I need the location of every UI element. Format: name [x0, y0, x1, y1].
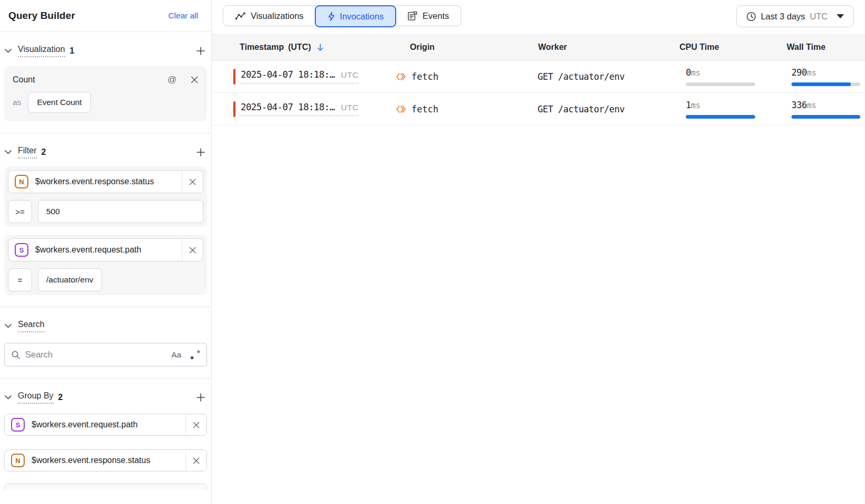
group-by-item: N $workers.event.response.status — [4, 449, 207, 471]
search-input[interactable] — [25, 350, 171, 360]
clock-icon — [746, 12, 756, 22]
filter-value-input[interactable]: /actuator/env — [38, 268, 102, 291]
invocation-row[interactable]: 2025-04-07 18:18:… UTC fetch GET /actuat… — [212, 93, 865, 125]
fetch-event-icon — [395, 104, 407, 114]
chevron-down-icon[interactable] — [4, 323, 12, 329]
clear-all-link[interactable]: Clear all — [168, 11, 198, 20]
number-type-badge: N — [11, 454, 25, 467]
remove-filter-button[interactable] — [182, 171, 203, 193]
wall-time-value: 336 — [791, 100, 807, 110]
operator-select[interactable]: >= — [8, 200, 32, 223]
group-by-item: S $workers.event.request.path — [4, 414, 207, 436]
chevron-down-icon[interactable] — [4, 395, 12, 400]
worker-cell: GET /actuator/env — [538, 71, 679, 82]
timestamp-value: 2025-04-07 18:18:… — [241, 102, 335, 112]
lightning-icon — [327, 12, 335, 22]
filter-count: 2 — [42, 148, 46, 157]
chevron-down-icon[interactable] — [4, 150, 12, 155]
column-header-wall-time: Wall Time — [787, 43, 865, 52]
close-icon — [192, 457, 200, 465]
group-by-field-selector[interactable]: N $workers.event.response.status — [4, 449, 207, 471]
timestamp-text: 2025-04-07 18:18:… UTC — [241, 102, 358, 116]
cpu-time-value: 0 — [686, 67, 691, 78]
remove-filter-button[interactable] — [182, 239, 203, 261]
wall-time-cell: 336 ms — [787, 100, 865, 119]
chevron-down-icon[interactable] — [4, 48, 12, 54]
cpu-time-value-line: 1 ms — [686, 100, 787, 110]
group-by-section-label[interactable]: Group By — [18, 391, 54, 404]
cpu-time-bar-fill — [686, 115, 755, 119]
column-header-origin: Origin — [395, 43, 538, 52]
filter-field-selector[interactable]: N $workers.event.response.status — [8, 170, 203, 193]
string-type-badge: S — [11, 418, 25, 432]
wall-time-bar-fill — [791, 115, 860, 119]
remove-visualization-icon[interactable] — [190, 76, 199, 84]
visualization-count: 1 — [70, 46, 75, 56]
alias-at-icon[interactable]: @ — [168, 75, 177, 85]
search-icon — [11, 350, 20, 360]
page-title: Query Builder — [8, 10, 75, 22]
timestamp-tz: UTC — [341, 70, 358, 80]
as-label: as — [13, 98, 21, 107]
close-icon — [189, 246, 197, 254]
tab-visualizations[interactable]: Visualizations — [223, 6, 315, 26]
cpu-time-cell: 0 ms — [679, 67, 787, 86]
events-log-icon — [407, 11, 418, 21]
visualization-section-label[interactable]: Visualization — [18, 45, 65, 57]
group-by-field-selector[interactable]: S $workers.event.request.path — [4, 414, 207, 436]
wall-time-value: 290 — [791, 67, 807, 78]
sort-descending-icon — [316, 43, 324, 52]
timestamp-tz: UTC — [341, 103, 358, 112]
add-group-by-icon[interactable] — [195, 392, 206, 403]
string-type-badge: S — [15, 243, 28, 257]
time-range-selector[interactable]: Last 3 days UTC — [736, 5, 854, 27]
regex-icon[interactable]: * — [191, 350, 200, 360]
column-header-timestamp[interactable]: Timestamp (UTC) — [212, 43, 395, 52]
tab-label: Visualizations — [251, 11, 304, 21]
filter-card: S $workers.event.request.path = /actuato… — [4, 235, 207, 295]
column-header-cpu-time: CPU Time — [679, 43, 787, 52]
filter-section-header: Filter 2 — [4, 146, 206, 159]
filter-field-name: $workers.event.response.status — [35, 177, 182, 186]
origin-value: fetch — [411, 71, 438, 82]
add-filter-icon[interactable] — [195, 147, 206, 158]
cpu-time-cell: 1 ms — [679, 100, 787, 119]
filter-section-label[interactable]: Filter — [18, 146, 37, 159]
group-by-section-header: Group By 2 — [4, 391, 206, 404]
time-range-value: Last 3 days — [761, 12, 805, 22]
visualization-card: Count @ as Event Count — [4, 66, 207, 121]
visualization-card-header: Count @ — [13, 75, 199, 85]
search-section-label[interactable]: Search — [18, 320, 45, 332]
next-section-cutoff — [4, 484, 207, 490]
wall-time-bar — [791, 115, 860, 119]
query-builder-sidebar: Query Builder Clear all Visualization 1 … — [0, 0, 212, 504]
filter-value-input[interactable]: 500 — [38, 200, 203, 223]
invocation-row[interactable]: 2025-04-07 18:18:… UTC fetch GET /actuat… — [212, 60, 865, 93]
remove-group-by-button[interactable] — [186, 414, 207, 435]
alias-input[interactable]: Event Count — [28, 92, 90, 113]
add-visualization-icon[interactable] — [195, 46, 206, 56]
timestamp-cell: 2025-04-07 18:18:… UTC — [212, 101, 395, 117]
filter-field-selector[interactable]: S $workers.event.request.path — [8, 238, 203, 261]
metric-function[interactable]: Count — [13, 75, 35, 85]
tab-invocations[interactable]: Invocations — [315, 5, 396, 27]
search-input-container: Aa * — [4, 343, 207, 366]
search-section-header: Search — [4, 320, 206, 332]
time-range-timezone: UTC — [810, 12, 828, 22]
operator-select[interactable]: = — [8, 268, 32, 291]
filter-field-name: $workers.event.request.path — [35, 245, 182, 255]
origin-cell: fetch — [395, 71, 538, 82]
cpu-time-bar — [686, 82, 755, 86]
results-panel: Visualizations Invocations Events — [212, 0, 865, 504]
tab-label: Events — [423, 11, 449, 21]
match-case-icon[interactable]: Aa — [171, 350, 181, 360]
cpu-time-value: 1 — [686, 100, 691, 110]
wall-time-cell: 290 ms — [787, 67, 865, 86]
sidebar-header: Query Builder Clear all — [0, 0, 211, 32]
regex-square — [191, 356, 193, 359]
tab-events[interactable]: Events — [396, 6, 460, 26]
timestamp-header-tz: (UTC) — [288, 43, 311, 52]
wall-time-unit: ms — [807, 101, 816, 110]
filter-condition-row: = /actuator/env — [8, 268, 203, 291]
remove-group-by-button[interactable] — [186, 450, 207, 471]
